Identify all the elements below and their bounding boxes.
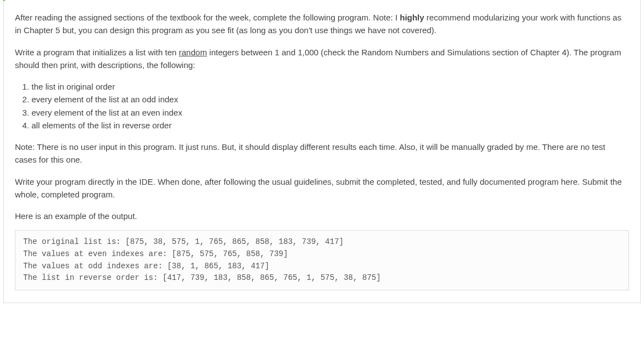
code-line: The list in reverse order is: [417, 739,… [23,272,621,284]
requirements-list: the list in original order every element… [15,80,629,132]
instructions-paragraph: Write a program that initializes a list … [15,46,629,72]
assignment-content: After reading the assigned sections of t… [3,0,641,303]
code-line: The values at odd indexes are: [38, 1, 8… [23,261,621,273]
code-line: The original list is: [875, 38, 575, 1, … [23,236,621,248]
list-item: the list in original order [32,80,629,93]
list-item: every element of the list at an even ind… [32,106,629,119]
note-paragraph: Note: There is no user input in this pro… [15,140,629,166]
list-item: every element of the list at an odd inde… [32,93,629,106]
code-line: The values at even indexes are: [875, 57… [23,248,621,261]
example-label: Here is an example of the output. [15,210,629,222]
submission-paragraph: Write your program directly in the IDE. … [15,175,629,201]
instructions-underlined: random [179,48,207,57]
intro-bold: highly [400,13,424,22]
intro-text-before: After reading the assigned sections of t… [15,13,400,22]
list-item: all elements of the list in reverse orde… [32,119,629,132]
example-output-block: The original list is: [875, 38, 575, 1, … [15,230,629,290]
intro-paragraph: After reading the assigned sections of t… [15,11,629,37]
instructions-before: Write a program that initializes a list … [15,48,179,57]
accent-mark [3,0,5,1]
